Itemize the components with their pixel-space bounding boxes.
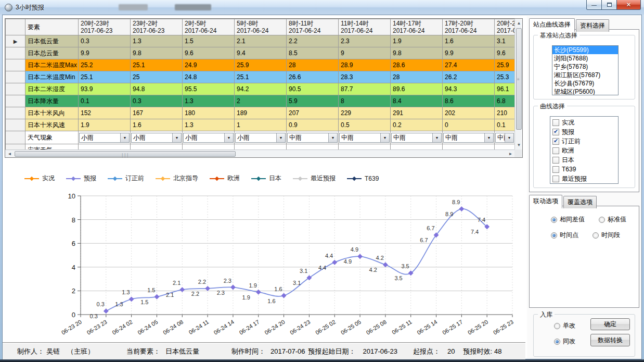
grid-cell[interactable]: 9.9 [443, 47, 495, 59]
grid-cell[interactable]: 9.9 [79, 47, 131, 59]
weather-dropdown[interactable]: 小雨▼ [131, 133, 182, 143]
data-point-marker[interactable] [154, 294, 160, 299]
grid-cell[interactable]: 9.8 [131, 47, 183, 59]
curve-checkbox-row[interactable]: 日本 [550, 155, 618, 165]
row-selector-cell[interactable] [6, 144, 25, 150]
grid-cell[interactable]: 1.6 [131, 119, 183, 131]
grid-cell[interactable]: 25.1 [235, 71, 287, 83]
data-point-marker[interactable] [459, 206, 464, 211]
chevron-down-icon[interactable]: ▼ [328, 133, 337, 142]
grid-cell[interactable]: 28 [391, 71, 443, 83]
grid-cell[interactable]: 0.3 [79, 35, 131, 47]
grid-cell[interactable]: 25.9 [235, 59, 287, 71]
grid-cell[interactable]: 2.1 [235, 35, 287, 47]
time-column-header[interactable]: 20时-232017-06 [495, 19, 515, 35]
grid-cell[interactable]: 25 [131, 71, 183, 83]
grid-cell[interactable]: 25.1 [131, 59, 183, 71]
grid-cell[interactable]: 189 [235, 107, 287, 119]
row-selector-cell[interactable] [6, 83, 25, 95]
grid-cell[interactable] [235, 144, 287, 150]
station-list-item[interactable]: 湘江新区(57687) [552, 71, 618, 79]
time-column-header[interactable]: 5时-8时2017-06-24 [235, 19, 287, 35]
row-selector-cell[interactable] [6, 107, 25, 119]
curve-checkbox-row[interactable]: 欧洲 [550, 146, 618, 155]
time-column-header[interactable]: 11时-14时2017-06-24 [339, 19, 391, 35]
data-point-marker[interactable] [230, 285, 236, 290]
weather-dropdown[interactable]: 中雨▼ [443, 133, 494, 143]
grid-cell[interactable]: 小雨▼ [235, 131, 287, 144]
grid-cell[interactable]: 0.9 [287, 119, 339, 131]
grid-cell[interactable]: 0.5 [339, 119, 391, 131]
grid-cell[interactable]: 210 [495, 107, 515, 119]
grid-cell[interactable]: 24.8 [183, 71, 235, 83]
data-point-marker[interactable] [383, 262, 388, 267]
grid-cell[interactable]: 1.3 [183, 95, 235, 107]
grid-cell[interactable]: 291 [391, 107, 443, 119]
time-column-header[interactable]: 2时-5时2017-06-24 [183, 19, 235, 35]
grid-cell[interactable]: 94.2 [235, 83, 287, 95]
grid-cell[interactable]: 1.3 [183, 119, 235, 131]
weather-dropdown[interactable]: 中雨▼ [391, 133, 442, 143]
grid-cell[interactable]: 180 [183, 107, 235, 119]
chevron-down-icon[interactable]: ▼ [172, 133, 181, 142]
grid-cell[interactable]: 24.9 [183, 59, 235, 71]
radio-icon[interactable] [551, 232, 557, 239]
grid-cell[interactable]: 87.7 [339, 83, 391, 95]
grid-cell[interactable]: 1.5 [183, 35, 235, 47]
checkbox-icon[interactable] [552, 138, 559, 145]
curve-checkbox-row[interactable]: T639 [550, 165, 618, 174]
data-point-marker[interactable] [357, 254, 363, 259]
grid-cell[interactable] [183, 144, 235, 150]
grid-cell[interactable] [391, 144, 443, 150]
row-selector-cell[interactable] [6, 131, 25, 144]
row-selector-cell[interactable] [6, 119, 25, 131]
grid-cell[interactable]: 中雨▼ [391, 131, 443, 144]
radio-icon[interactable] [599, 217, 605, 223]
grid-cell[interactable]: 小雨▼ [183, 131, 235, 144]
grid-cell[interactable]: 5.9 [287, 95, 339, 107]
grid-cell[interactable]: 28 [287, 59, 339, 71]
grid-cell[interactable] [339, 144, 391, 150]
grid-cell[interactable]: 6.8 [495, 95, 515, 107]
grid-cell[interactable]: 94.8 [131, 83, 183, 95]
curve-checkbox-row[interactable]: 订正前 [550, 136, 618, 146]
grid-cell[interactable]: 28.6 [391, 59, 443, 71]
weather-dropdown[interactable]: 中雨▼ [495, 133, 514, 143]
grid-cell[interactable]: 中雨▼ [339, 131, 391, 144]
grid-cell[interactable]: 25.1 [79, 71, 131, 83]
grid-cell[interactable]: 25.2 [79, 59, 131, 71]
row-selector-cell[interactable] [6, 71, 25, 83]
grid-cell[interactable]: 25.9 [495, 59, 515, 71]
grid-cell[interactable]: 0.1 [495, 119, 515, 131]
grid-cell[interactable]: 26.2 [443, 71, 495, 83]
grid-cell[interactable]: 1.6 [443, 35, 495, 47]
grid-cell[interactable]: 96.1 [495, 83, 515, 95]
data-point-marker[interactable] [332, 260, 337, 265]
element-column-header[interactable]: 要素 [25, 19, 79, 35]
grid-cell[interactable]: 28.3 [339, 71, 391, 83]
row-selector-cell[interactable] [6, 47, 25, 59]
grid-cell[interactable]: 89.6 [391, 83, 443, 95]
time-column-header[interactable]: 17时-20时2017-06-24 [443, 19, 495, 35]
data-point-marker[interactable] [179, 287, 185, 292]
grid-cell[interactable]: 8.4 [391, 95, 443, 107]
time-column-header[interactable]: 14时-17时2017-06-24 [391, 19, 443, 35]
data-point-marker[interactable] [205, 286, 210, 291]
tab-station-curve-select[interactable]: 站点曲线选择 [529, 18, 575, 32]
grid-cell[interactable]: 0.2 [391, 119, 443, 131]
scroll-right-icon[interactable]: ► [507, 150, 514, 158]
grid-cell[interactable]: 8.5 [287, 47, 339, 59]
grid-cell[interactable]: 25.3 [495, 71, 515, 83]
chevron-down-icon[interactable]: ▼ [276, 133, 285, 142]
grid-cell[interactable]: 9.6 [183, 47, 235, 59]
vertical-scroll-thumb[interactable]: ≡ [516, 28, 522, 130]
grid-cell[interactable]: 1.9 [391, 35, 443, 47]
grid-cell[interactable]: 152 [79, 107, 131, 119]
grid-cell[interactable]: 1.9 [79, 119, 131, 131]
weather-dropdown[interactable]: 小雨▼ [79, 133, 130, 143]
curve-checkbox-row[interactable]: 预报 [550, 127, 618, 136]
grid-vertical-scrollbar[interactable]: ▲ ≡ ▼ [514, 19, 522, 149]
scroll-down-icon[interactable]: ▼ [515, 141, 523, 149]
radio-icon[interactable] [554, 323, 560, 329]
time-column-header[interactable]: 8时-11时2017-06-24 [287, 19, 339, 35]
